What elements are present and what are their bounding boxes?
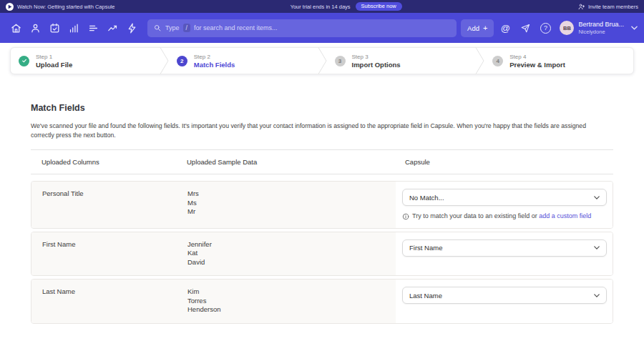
bar-chart-icon: [68, 22, 80, 34]
trend-icon: [107, 22, 119, 34]
uploaded-column-label: Personal Title: [31, 189, 187, 219]
nav-item-lists[interactable]: [84, 19, 103, 38]
chevron-down-icon: [594, 196, 600, 199]
nav-item-contacts[interactable]: [26, 19, 45, 38]
match-helper-text: Try to match your data to an existing fi…: [402, 212, 607, 220]
main-navbar: Type / for search and recent items... Ad…: [0, 13, 644, 43]
add-button[interactable]: Add +: [461, 19, 494, 37]
table-row: First Name Jennifer Kat David First Name: [31, 232, 613, 277]
table-row: Last Name Kim Torres Henderson Last Name: [31, 279, 613, 324]
uploaded-column-label: First Name: [31, 240, 187, 267]
header-uploaded-columns: Uploaded Columns: [31, 158, 187, 166]
broadcast-button[interactable]: [517, 19, 534, 36]
help-icon: ?: [540, 23, 551, 34]
nav-item-analytics[interactable]: [64, 19, 84, 38]
list-icon: [87, 22, 99, 34]
search-placeholder: for search and recent items...: [194, 24, 278, 31]
match-fields-table: Uploaded Columns Uploaded Sample Data Ca…: [31, 149, 613, 324]
sample-data: Mrs Ms Mr: [187, 189, 199, 219]
import-stepper: Step 1 Upload File 2 Step 2 Match Fields…: [10, 47, 634, 74]
play-icon[interactable]: [6, 3, 14, 11]
field-match-select[interactable]: No Match...: [402, 189, 607, 206]
avatar: BB: [560, 21, 574, 35]
step-3-badge: 3: [335, 56, 346, 66]
sample-data: Jennifer Kat David: [187, 240, 212, 267]
step-chevron-separator: [318, 48, 327, 74]
lightning-icon: [126, 22, 138, 34]
step-2-badge: 2: [177, 56, 187, 66]
step-chevron-separator: [160, 48, 169, 74]
sample-data: Kim Torres Henderson: [187, 287, 220, 315]
trial-banner: Watch Now: Getting started with Capsule …: [0, 0, 644, 13]
header-uploaded-sample-data: Uploaded Sample Data: [187, 158, 395, 166]
step-chevron-separator: [475, 48, 484, 74]
info-icon: [402, 213, 409, 220]
invite-team-members-link[interactable]: Invite team members: [577, 3, 638, 11]
trial-countdown-text: Your trial ends in 14 days: [291, 4, 351, 10]
step-1-upload-file[interactable]: Step 1 Upload File: [11, 48, 160, 74]
user-menu[interactable]: BB Bertrand Brua... Nicelydone: [560, 21, 638, 35]
slash-key-badge: /: [183, 24, 190, 32]
calendar-check-icon: [49, 22, 61, 34]
subscribe-now-button[interactable]: Subscribe now: [356, 2, 402, 11]
field-match-select[interactable]: First Name: [402, 239, 607, 257]
check-icon: [19, 56, 29, 66]
plus-icon: +: [483, 24, 487, 32]
contacts-icon: [29, 22, 42, 34]
mentions-button[interactable]: @: [497, 19, 514, 36]
person-plus-icon: [577, 3, 585, 11]
search-prefix: Type: [165, 24, 180, 31]
chevron-down-icon: [594, 294, 600, 297]
page-description: We've scanned your file and found the fo…: [31, 122, 597, 140]
step-2-match-fields[interactable]: 2 Step 2 Match Fields: [169, 48, 318, 74]
step-3-import-options[interactable]: 3 Step 3 Import Options: [327, 48, 476, 74]
mention-icon: @: [501, 23, 510, 34]
chevron-down-icon: [631, 26, 638, 30]
nav-item-calendar[interactable]: [45, 19, 64, 38]
user-org: Nicelydone: [578, 29, 624, 35]
page-title: Match Fields: [31, 103, 613, 113]
step-4-preview-import[interactable]: 4 Step 4 Preview & Import: [484, 48, 633, 74]
nav-item-workflows[interactable]: [122, 19, 142, 38]
uploaded-column-label: Last Name: [31, 287, 187, 315]
search-icon: [153, 24, 162, 32]
table-header-row: Uploaded Columns Uploaded Sample Data Ca…: [31, 149, 613, 174]
header-capsule: Capsule: [395, 158, 613, 166]
watch-now-link[interactable]: Watch Now: Getting started with Capsule: [17, 4, 114, 10]
table-row: Personal Title Mrs Ms Mr No Match... Try…: [31, 181, 613, 229]
chevron-down-icon: [594, 246, 600, 249]
nav-item-home[interactable]: [6, 19, 26, 38]
help-button[interactable]: ?: [537, 19, 554, 36]
send-icon: [520, 23, 531, 34]
home-icon: [10, 22, 22, 34]
user-name: Bertrand Brua...: [578, 21, 624, 28]
nav-item-sales[interactable]: [103, 19, 122, 38]
add-custom-field-link[interactable]: add a custom field: [539, 212, 591, 219]
search-input[interactable]: Type / for search and recent items...: [147, 19, 457, 37]
field-match-select[interactable]: Last Name: [402, 287, 607, 304]
step-4-badge: 4: [492, 56, 503, 66]
